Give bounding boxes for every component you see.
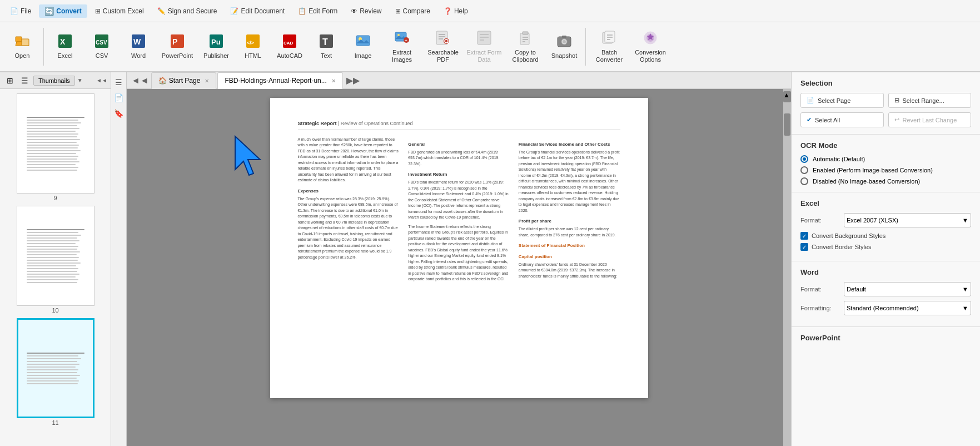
tab-fbd-report[interactable]: FBD-Holdings-Annual-Report-un... ✕ (217, 72, 342, 89)
svg-text:</>: </> (247, 40, 254, 46)
svg-rect-0 (16, 37, 22, 42)
ocr-radio-group: Automatic (Default) Enabled (Perform Ima… (800, 155, 971, 185)
word-formatting-select[interactable]: Standard (Recommended) ▼ (844, 301, 971, 315)
sidebar-nav-icon[interactable]: ☰ (112, 76, 126, 89)
thumb-number-9: 9 (53, 195, 57, 201)
excel-icon: X (57, 33, 73, 51)
menu-bar: 📄 File 🔄 Convert ⊞ Custom Excel ✏️ Sign … (0, 0, 980, 22)
select-range-button[interactable]: ⊟ Select Range... (888, 93, 972, 108)
csv-button[interactable]: CSV CSV (84, 24, 120, 69)
tab-start-page[interactable]: 🏠 Start Page ✕ (151, 72, 217, 89)
panel-view-icons: ⊞ ☰ (3, 74, 31, 87)
sidebar-bookmark-icon[interactable]: 🔖 (112, 107, 126, 120)
tab-start-close[interactable]: ✕ (205, 78, 209, 84)
searchable-pdf-button[interactable]: Searchable PDF (423, 24, 463, 69)
thumbnails-dropdown-arrow: ▼ (77, 77, 83, 83)
copy-clipboard-button[interactable]: Copy to Clipboard (505, 24, 545, 69)
excel-border-styles-checkbox[interactable]: ✓ (800, 243, 808, 251)
tab-fbd-close[interactable]: ✕ (331, 78, 336, 84)
file-icon: 📄 (10, 7, 18, 15)
help-icon: ❓ (444, 7, 452, 15)
doc-para-3-3: Ordinary shareholders' funds at 31 Decem… (519, 262, 620, 280)
menu-edit-document[interactable]: 📝 Edit Document (225, 5, 290, 17)
menu-convert[interactable]: 🔄 Convert (39, 4, 87, 18)
svg-text:P: P (172, 37, 177, 46)
excel-format-row: Format: Excel 2007 (XLSX) ▼ (800, 213, 971, 227)
excel-format-select[interactable]: Excel 2007 (XLSX) ▼ (844, 213, 971, 227)
content-area: ◄◄ 🏠 Start Page ✕ FBD-Holdings-Annual-Re… (127, 72, 791, 446)
html-icon: </> (245, 33, 261, 51)
thumbnail-page-11[interactable]: 11 (17, 318, 94, 426)
svg-point-42 (563, 40, 566, 43)
sidebar-page-icon[interactable]: 📄 (112, 91, 126, 105)
thumbnails-dropdown[interactable]: Thumbnails (33, 76, 75, 86)
doc-section-general: General (408, 141, 510, 147)
excel-bg-styles-checkbox[interactable]: ✓ (800, 232, 808, 240)
ocr-title: OCR Mode (800, 141, 971, 150)
panel-header-left: ⊞ ☰ Thumbnails ▼ (3, 74, 83, 87)
list-view-icon[interactable]: ☰ (18, 74, 31, 87)
panel-collapse-button[interactable]: ◄◄ (96, 75, 107, 86)
select-all-button[interactable]: ✔ Select All (800, 112, 884, 127)
ocr-disabled-radio[interactable] (800, 177, 808, 185)
tab-start-icon: 🏠 (158, 77, 167, 85)
form-data-icon (476, 30, 492, 48)
powerpoint-button[interactable]: P PowerPoint (157, 24, 197, 69)
word-format-label: Format: (800, 286, 839, 293)
tab-nav-right[interactable]: ▶▶ (344, 75, 362, 86)
thumbnail-page-9[interactable]: 9 (17, 93, 94, 201)
menu-sign-secure[interactable]: ✏️ Sign and Secure (152, 5, 223, 17)
html-button[interactable]: </> HTML (235, 24, 271, 69)
toolbar-sep-1 (43, 28, 44, 66)
doc-para-2-1: FBD generated an underwriting loss of €4… (408, 150, 510, 167)
menu-review[interactable]: 👁 Review (345, 5, 387, 17)
open-button[interactable]: Open (4, 24, 40, 69)
ocr-automatic-radio[interactable] (800, 155, 808, 163)
word-button[interactable]: W Word (121, 24, 156, 69)
csv-icon: CSV (94, 33, 110, 51)
select-page-button[interactable]: 📄 Select Page (800, 93, 884, 108)
word-format-select[interactable]: Default ▼ (844, 282, 971, 296)
menu-help[interactable]: ❓ Help (438, 5, 474, 17)
extract-images-button[interactable]: + Extract Images (382, 24, 422, 69)
svg-rect-36 (523, 32, 528, 34)
batch-icon (601, 30, 617, 48)
revert-icon: ↩ (894, 116, 899, 123)
extract-form-data-button[interactable]: Extract Form Data (464, 24, 504, 69)
ocr-disabled[interactable]: Disabled (No Image-based Conversion) (800, 177, 971, 185)
scroll-up-btn[interactable]: ▲ (783, 91, 791, 102)
menu-file[interactable]: 📄 File (4, 5, 37, 17)
thumbnail-page-10[interactable]: 10 (17, 206, 94, 314)
ocr-enabled[interactable]: Enabled (Perform Image-based Conversion) (800, 166, 971, 174)
excel-button[interactable]: X Excel (47, 24, 83, 69)
right-panel: Selection 📄 Select Page ⊟ Select Range..… (791, 72, 980, 446)
doc-scrollbar[interactable]: ▲ (783, 89, 791, 446)
conversion-options-button[interactable]: Conversion Options (630, 24, 670, 69)
document-view[interactable]: Strategic Report | Review of Operations … (127, 89, 791, 446)
batch-converter-button[interactable]: Batch Converter (589, 24, 629, 69)
tab-nav-left[interactable]: ◄◄ (129, 76, 151, 86)
edit-form-icon: 📋 (298, 7, 306, 15)
revert-last-button[interactable]: ↩ Revert Last Change (888, 112, 972, 127)
excel-section: Excel Format: Excel 2007 (XLSX) ▼ ✓ Conv… (792, 192, 980, 261)
svg-marker-51 (235, 136, 260, 175)
scroll-thumb[interactable] (784, 113, 790, 136)
ocr-enabled-radio[interactable] (800, 166, 808, 174)
publisher-button[interactable]: Pu Publisher (198, 24, 234, 69)
menu-edit-form[interactable]: 📋 Edit Form (292, 5, 343, 17)
doc-para-1-1: A much lower than normal number of large… (298, 137, 400, 184)
select-all-check-icon: ✔ (807, 116, 812, 123)
ocr-automatic[interactable]: Automatic (Default) (800, 155, 971, 163)
text-button[interactable]: T Text (309, 24, 344, 69)
image-button[interactable]: Image (345, 24, 381, 69)
thumbnail-image-10 (17, 206, 94, 306)
ocr-automatic-dot (803, 157, 806, 161)
svg-text:+: + (405, 38, 407, 43)
menu-compare[interactable]: ⊞ Compare (390, 5, 436, 17)
word-formatting-row: Formatting: Standard (Recommended) ▼ (800, 301, 971, 315)
snapshot-button[interactable]: Snapshot (546, 24, 582, 69)
compare-icon: ⊞ (395, 7, 401, 15)
grid-view-icon[interactable]: ⊞ (3, 74, 17, 87)
menu-custom-excel[interactable]: ⊞ Custom Excel (89, 5, 150, 17)
autocad-button[interactable]: CAD AutoCAD (272, 24, 307, 69)
